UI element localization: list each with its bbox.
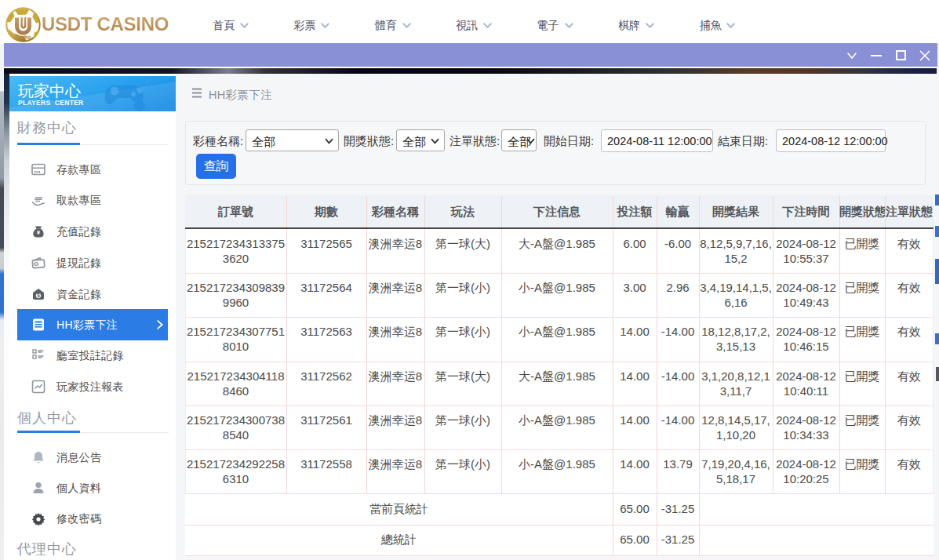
svg-text:Casino: Casino <box>16 35 31 40</box>
svg-text:¥: ¥ <box>37 229 41 236</box>
svg-text:$: $ <box>37 293 40 299</box>
